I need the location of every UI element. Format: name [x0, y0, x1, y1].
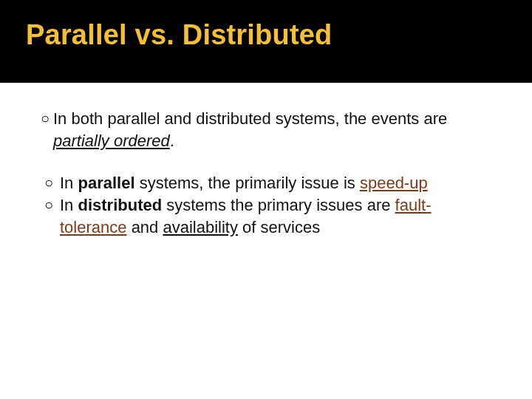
circle-bullet-icon: ○ [41, 172, 57, 194]
text-run: and [127, 218, 163, 236]
spacer [37, 151, 495, 172]
slide-body: ○ In both parallel and distributed syste… [0, 83, 532, 238]
bullet-group-1: ○ In both parallel and distributed syste… [37, 108, 495, 151]
slide-title: Parallel vs. Distributed [26, 19, 532, 51]
bullet-item: ○ In distributed systems the primary iss… [37, 194, 495, 238]
underline-text: availability [163, 218, 238, 236]
text-run: systems, the primarily issue is [135, 174, 360, 192]
bullet-text: In both parallel and distributed systems… [53, 108, 495, 151]
circle-bullet-icon: ○ [37, 108, 53, 129]
bullet-text: In parallel systems, the primarily issue… [60, 172, 495, 194]
bold-text: distributed [78, 196, 162, 214]
emphasis-text: partially ordered [53, 132, 170, 150]
text-run: of services [238, 218, 320, 236]
text-run: In [60, 174, 78, 192]
title-band: Parallel vs. Distributed [0, 0, 532, 83]
text-run: In [60, 196, 78, 214]
text-run: In both parallel and distributed systems… [53, 109, 447, 128]
bullet-item: ○ In parallel systems, the primarily iss… [37, 172, 495, 194]
slide: Parallel vs. Distributed ○ In both paral… [0, 0, 532, 399]
text-run: . [170, 132, 174, 150]
bullet-item: ○ In both parallel and distributed syste… [37, 108, 495, 151]
bullet-text: In distributed systems the primary issue… [60, 194, 495, 238]
bold-text: parallel [78, 174, 134, 192]
underline-text: speed-up [360, 174, 428, 192]
circle-bullet-icon: ○ [41, 194, 57, 216]
text-run: systems the primary issues are [162, 196, 395, 214]
